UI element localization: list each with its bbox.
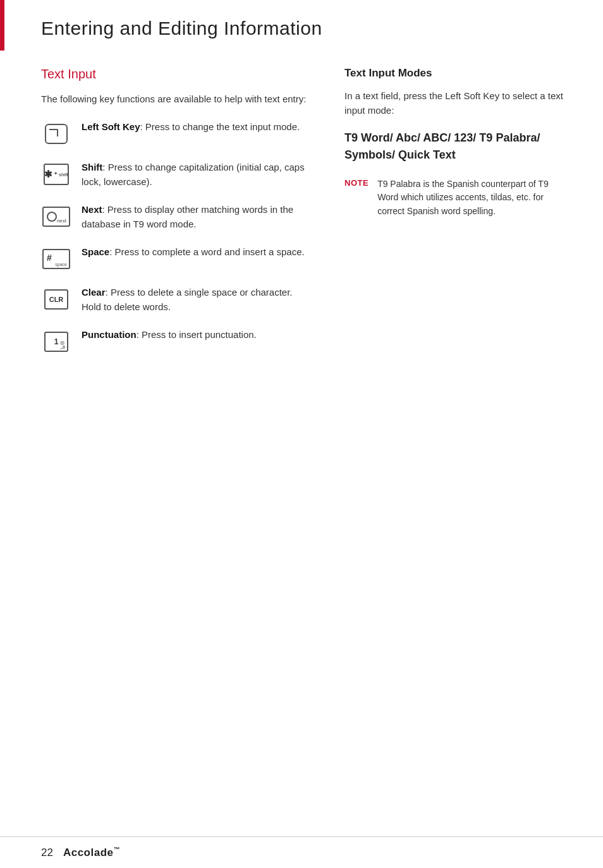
punct-icon-shape: 1 @,.0 xyxy=(44,332,68,352)
hash-symbol: # xyxy=(47,253,52,263)
next-label: next xyxy=(57,218,66,224)
key-name-space: Space xyxy=(82,246,109,257)
modes-intro: In a text field, press the Left Soft Key… xyxy=(344,88,568,118)
punct-number: 1 xyxy=(54,337,59,346)
list-item: Left Soft Key: Press to change the text … xyxy=(41,120,313,147)
page-header: Entering and Editing Information xyxy=(0,0,603,54)
note-block: NOTE T9 Palabra is the Spanish counterpa… xyxy=(344,178,568,219)
key-name-shift: Shift xyxy=(82,162,102,172)
list-item: CLR Clear: Press to delete a single spac… xyxy=(41,286,313,314)
space-icon-shape: # space xyxy=(42,249,70,269)
left-column: Text Input The following key functions a… xyxy=(41,67,313,368)
key-desc-shift: Press to change capitalization (initial … xyxy=(82,162,305,187)
intro-paragraph: The following key functions are availabl… xyxy=(41,92,313,106)
clr-label: CLR xyxy=(49,296,64,303)
key-desc-next: Press to display other matching words in… xyxy=(82,204,293,229)
page-title: Entering and Editing Information xyxy=(41,18,568,39)
accent-bar xyxy=(0,0,4,51)
next-icon-shape: next xyxy=(42,207,70,227)
star-symbol: ✱ xyxy=(44,169,52,180)
trademark-symbol: ™ xyxy=(114,846,121,853)
key-name-punct: Punctuation xyxy=(82,329,137,340)
clr-icon-shape: CLR xyxy=(44,289,68,310)
key-desc-space: Press to complete a word and insert a sp… xyxy=(115,246,305,257)
shift-icon-inner: ✱ ⁺ xyxy=(44,169,58,180)
key-desc-punct: Press to insert punctuation. xyxy=(142,329,257,340)
separator-next: : xyxy=(102,204,107,215)
space-key-text: Space: Press to complete a word and inse… xyxy=(82,245,313,260)
key-desc-lsk: Press to change the text input mode. xyxy=(145,121,300,132)
modes-list: T9 Word/ Abc/ ABC/ 123/ T9 Palabra/ Symb… xyxy=(344,130,568,164)
next-circle xyxy=(47,212,57,222)
key-items-list: Left Soft Key: Press to change the text … xyxy=(41,120,313,354)
plus-symbol: ⁺ xyxy=(54,171,58,179)
right-column: Text Input Modes In a text field, press … xyxy=(332,67,568,368)
list-item: next Next: Press to display other matchi… xyxy=(41,203,313,231)
text-input-modes-heading: Text Input Modes xyxy=(344,67,568,80)
content-area: Text Input The following key functions a… xyxy=(0,54,603,394)
key-desc-clr: Press to delete a single space or charac… xyxy=(82,287,293,312)
list-item: 1 @,.0 Punctuation: Press to insert punc… xyxy=(41,328,313,354)
footer-page-number: 22 xyxy=(41,847,53,859)
next-icon-wrap: next xyxy=(41,204,71,229)
separator-punct: : xyxy=(137,329,142,340)
clr-key-text: Clear: Press to delete a single space or… xyxy=(82,286,313,314)
footer-brand: Accolade™ xyxy=(63,846,120,859)
note-label: NOTE xyxy=(344,178,368,188)
punct-icon-wrap: 1 @,.0 xyxy=(41,329,71,354)
separator-space: : xyxy=(109,246,114,257)
key-name-next: Next xyxy=(82,204,102,215)
shift-key-text: Shift: Press to change capitalization (i… xyxy=(82,160,313,189)
clr-icon-wrap: CLR xyxy=(41,287,71,312)
shift-icon-shape: ✱ ⁺ shift xyxy=(44,164,69,185)
shift-label: shift xyxy=(59,172,68,177)
separator-shift: : xyxy=(102,162,107,172)
page-container: Entering and Editing Information Text In… xyxy=(0,0,603,868)
separator-lsk: : xyxy=(140,121,145,132)
left-soft-key-icon xyxy=(41,121,71,147)
punct-key-text: Punctuation: Press to insert punctuation… xyxy=(82,328,313,342)
punct-sub-label: @,.0 xyxy=(60,341,65,349)
page-footer: 22 Accolade™ xyxy=(0,836,603,868)
left-soft-key-text: Left Soft Key: Press to change the text … xyxy=(82,120,313,135)
key-name-lsk: Left Soft Key xyxy=(82,121,140,132)
shift-icon-wrap: ✱ ⁺ shift xyxy=(41,162,71,187)
note-text: T9 Palabra is the Spanish counterpart of… xyxy=(377,178,568,219)
list-item: ✱ ⁺ shift Shift: Press to change capital… xyxy=(41,160,313,189)
separator-clr: : xyxy=(106,287,111,298)
text-input-heading: Text Input xyxy=(41,67,313,81)
space-label: space xyxy=(55,262,67,267)
list-item: # space Space: Press to complete a word … xyxy=(41,245,313,272)
key-name-clr: Clear xyxy=(82,287,106,298)
brand-name: Accolade xyxy=(63,847,114,859)
next-key-text: Next: Press to display other matching wo… xyxy=(82,203,313,231)
space-icon-wrap: # space xyxy=(41,246,71,272)
lsk-icon-shape xyxy=(45,124,68,144)
